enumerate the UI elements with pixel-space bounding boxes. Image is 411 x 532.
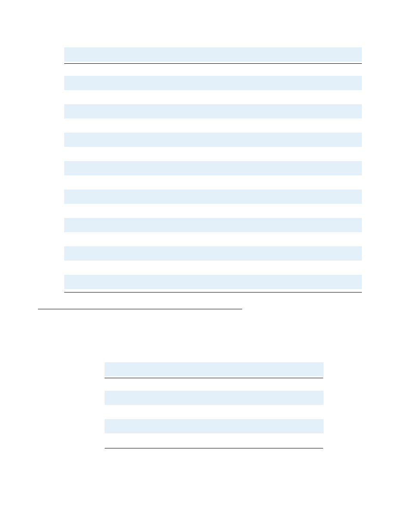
table-row — [64, 175, 362, 190]
table-row — [64, 218, 362, 232]
document-page — [0, 0, 411, 532]
table-row — [64, 246, 362, 261]
table-row — [105, 419, 324, 433]
table-row — [64, 232, 362, 246]
table-row — [64, 261, 362, 275]
table-1-header-row — [64, 47, 362, 62]
separator-line — [38, 309, 242, 309]
table-2-header-border — [105, 378, 323, 378]
table-2-header-row — [105, 362, 324, 376]
table-row — [64, 161, 362, 175]
table-row — [64, 76, 362, 90]
table-1 — [64, 47, 362, 289]
table-2 — [105, 362, 324, 448]
table-2-bottom-border — [105, 448, 323, 448]
table-row — [64, 275, 362, 289]
table-row — [64, 190, 362, 204]
table-row — [64, 147, 362, 161]
table-1-header-border — [64, 63, 362, 64]
table-row — [105, 433, 324, 448]
table-1-bottom-border — [64, 292, 362, 292]
table-row — [64, 204, 362, 218]
table-row — [105, 405, 324, 419]
table-row — [64, 133, 362, 147]
table-row — [105, 376, 324, 391]
table-row — [105, 391, 324, 405]
table-row — [64, 118, 362, 133]
table-row — [64, 104, 362, 118]
table-row — [64, 90, 362, 104]
